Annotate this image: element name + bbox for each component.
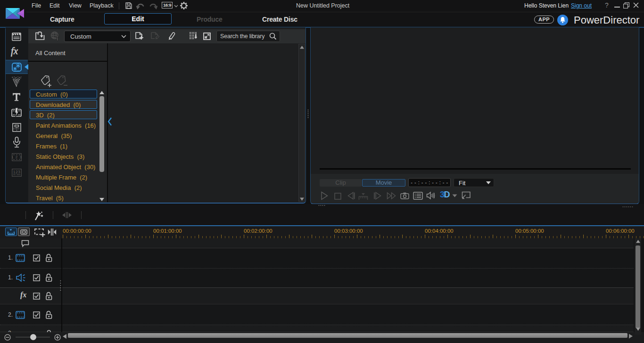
svg-text:00:04:00:00: 00:04:00:00	[425, 228, 454, 234]
svg-text:00:00:00:00: 00:00:00:00	[63, 228, 91, 234]
svg-text:123: 123	[13, 170, 21, 174]
svg-text:00:01:00:00: 00:01:00:00	[153, 228, 182, 234]
svg-text:00:03:00:00: 00:03:00:00	[334, 228, 363, 234]
svg-text:1 2 3: 1 2 3	[12, 155, 22, 159]
svg-text:00:05:00:00: 00:05:00:00	[515, 228, 544, 234]
svg-text:00:02:00:00: 00:02:00:00	[244, 228, 272, 234]
svg-text:00:06:00:00: 00:06:00:00	[606, 228, 635, 234]
